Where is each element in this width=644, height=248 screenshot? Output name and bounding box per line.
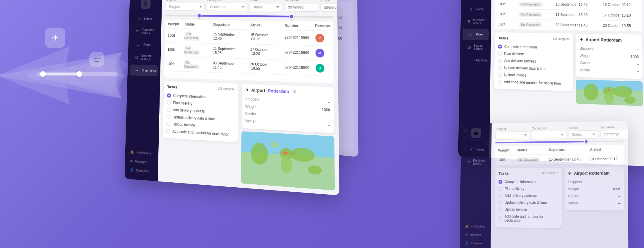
task-lbl-br4: Update delivery date & time: [504, 201, 547, 205]
slider-track-br[interactable]: [495, 141, 624, 143]
departure-input[interactable]: [284, 3, 318, 12]
consignee-sel-br[interactable]: [532, 131, 566, 139]
table-row[interactable]: 100ft Not Requested 15 September 12.45 1…: [495, 0, 642, 10]
sidebar-home-br[interactable]: ⌂ Home: [463, 144, 489, 155]
task-label-1: Complete information: [173, 94, 206, 99]
shipper-sel-br[interactable]: [495, 131, 529, 140]
range-slider-track[interactable]: [165, 15, 333, 18]
task-radio-br1[interactable]: [498, 180, 502, 184]
range-thumb-right[interactable]: [289, 14, 294, 19]
task-radio-r5[interactable]: [498, 73, 502, 77]
sidebar-nav-main: 🏛 ⌂ Home ≡ Purchase orders ≣ Rates ⊙ Sea…: [124, 0, 162, 181]
task-br-6[interactable]: Add code and number for declaration: [498, 213, 558, 224]
dr-c-br: Carrier –: [568, 193, 620, 200]
task-radio-r1[interactable]: [498, 44, 502, 48]
shippers-value: –: [328, 100, 330, 105]
consignee-select[interactable]: Consignee: [207, 3, 247, 11]
search-book-icon: ⊙: [135, 54, 139, 60]
departure-form-group: Departure: [284, 0, 318, 12]
status-sel-br[interactable]: Status: [569, 130, 598, 139]
task-radio-r3[interactable]: [498, 58, 502, 62]
task-radio-3[interactable]: [167, 107, 171, 112]
sidebar-item-shipments[interactable]: → Shipments: [130, 64, 158, 76]
task-radio-4[interactable]: [167, 115, 171, 119]
task-radio-br4[interactable]: [498, 201, 502, 205]
dr-v-val-br: –: [618, 201, 620, 205]
task-radio-br6[interactable]: [498, 216, 502, 220]
sidebar-item-home[interactable]: ⌂ Home: [131, 13, 160, 24]
task-radio-5[interactable]: [166, 122, 170, 126]
sidebar-po-br[interactable]: ≡ Purchase orders: [463, 156, 489, 168]
carrier-value: –: [328, 115, 330, 120]
td-a-r2: 17 October 13:20: [600, 10, 642, 21]
sidebar-rates-right[interactable]: ≣ Rates: [462, 29, 489, 40]
table-row[interactable]: 100ft Not Requested 11 September 15.25 1…: [495, 9, 642, 21]
td-arr-2: 17 October 13.20: [247, 44, 282, 60]
company-icon: 👤: [130, 168, 134, 172]
td-num-1: 876432119999: [282, 30, 312, 46]
dr-v-lbl-br: Varrier: [568, 201, 578, 205]
task-radio-r6[interactable]: [498, 80, 502, 84]
range-thumb-left[interactable]: [197, 13, 202, 18]
sidebar-item-purchase-orders[interactable]: ≡ Purchase orders: [131, 25, 159, 38]
main-content-area: Shipper Shipper Consignee Consignee Stat…: [158, 0, 339, 195]
task-radio-1[interactable]: [167, 93, 171, 98]
sidebar-item-rates[interactable]: ≣ Rates: [131, 39, 159, 50]
shipments-icon-right: →: [467, 57, 472, 62]
shipper-select[interactable]: Shipper: [166, 3, 205, 11]
task-radio-br2[interactable]: [498, 187, 502, 191]
detail-title: Airport: [251, 88, 265, 93]
task-radio-br3[interactable]: [498, 194, 502, 198]
notif-br[interactable]: 🔔 Notifications: [460, 222, 491, 231]
td-status-2: Not Requested: [181, 43, 210, 58]
sidebar-item-search-book[interactable]: ⊙ Search & Book: [130, 51, 158, 64]
td-d-r2: 11 September 15.25: [553, 10, 600, 20]
sidebar-home-right[interactable]: ⌂ Home: [463, 3, 489, 15]
arrival-input[interactable]: [320, 3, 339, 12]
table-right: Weight Status Departure Arrival 100ft No…: [495, 0, 642, 31]
shipper-label: Shipper: [166, 0, 205, 2]
th-arr-br: Arrival: [587, 145, 624, 154]
sidebar-shipments-right[interactable]: → Shipments: [462, 54, 489, 66]
msg-br[interactable]: ✉ Messages: [460, 230, 491, 239]
status-select[interactable]: Status: [249, 3, 282, 11]
bottom-split-br: Tasks 1/5 complete Complete information …: [495, 167, 624, 229]
range-slider-fill: [197, 15, 289, 17]
task-br-2[interactable]: Plan delivery: [498, 185, 558, 192]
home-label-br: Home: [476, 148, 484, 151]
task-label-r5: Upload invoice: [504, 73, 527, 77]
world-map: [241, 131, 335, 191]
tasks-title: Tasks: [167, 85, 177, 89]
th-dep-br: Departure: [546, 145, 587, 154]
table-row[interactable]: 100ft Not Requested 15 September 12.45 1…: [495, 154, 624, 165]
dr-weight-label: Weight: [580, 53, 591, 58]
task-label-r1: Complete information: [504, 45, 537, 49]
table-row[interactable]: 100ft Not Requested 03 September 11.45 2…: [495, 19, 642, 31]
task-label-6: Add code and number for declaration: [172, 129, 229, 137]
map-mini-right: [576, 80, 643, 106]
td-d-br1: 15 September 12.45: [546, 154, 587, 165]
task-radio-br5[interactable]: [498, 207, 502, 211]
td-d-r3: 03 September 11.45: [553, 20, 600, 31]
sidebar-search-right[interactable]: ⊙ Search & Book: [462, 41, 489, 54]
td-s-r3: Not Requested: [516, 19, 553, 30]
task-radio-r4[interactable]: [498, 66, 502, 70]
detail-br: ✈ Airport Rotterdam Shippers – Weight 10…: [565, 167, 624, 229]
company-br[interactable]: 👤 Companie: [460, 239, 491, 247]
task-label-r6: Add code and number for declaration: [504, 80, 561, 86]
status-badge-1: Not Requested: [184, 31, 200, 41]
dep-input-br[interactable]: [600, 130, 629, 139]
task-radio-r2[interactable]: [498, 51, 502, 55]
slider-thumb-br[interactable]: [584, 139, 588, 143]
company-label: Companie: [136, 169, 149, 173]
sidebar-spacer: [125, 76, 160, 149]
sidebar-po-right[interactable]: ≡ Purchase orders: [463, 15, 489, 28]
task-br-1[interactable]: Complete information: [498, 178, 558, 185]
task-radio-2[interactable]: [167, 100, 171, 105]
task-br-3[interactable]: Add delivery address: [498, 192, 558, 199]
task-br-5[interactable]: Upload invoice: [498, 206, 558, 213]
detail-header-br: ✈ Airport Rotterdam: [568, 171, 620, 176]
task-br-4[interactable]: Update delivery date & time: [498, 199, 558, 206]
task-radio-6[interactable]: [166, 129, 170, 133]
td-weight-3: 100ft: [164, 57, 181, 71]
